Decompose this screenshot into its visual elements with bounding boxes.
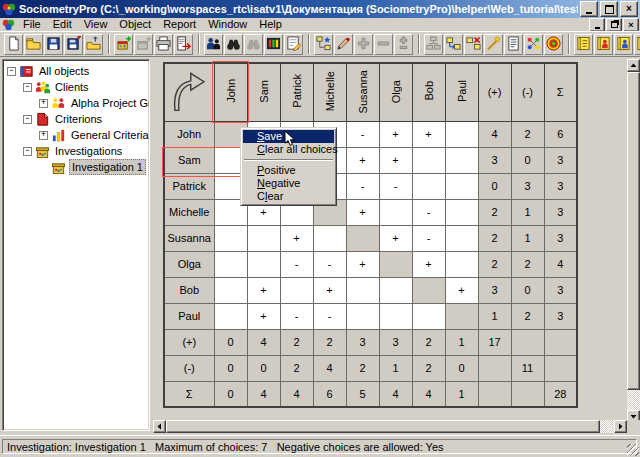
tree-item-general-criteria[interactable]: +General Criteria	[5, 127, 149, 143]
col-header-olga[interactable]: Olga	[379, 63, 412, 121]
expand-icon[interactable]: +	[39, 131, 48, 140]
matrix-cell-paul-susanna[interactable]	[346, 303, 379, 329]
open-project-button[interactable]	[84, 34, 103, 55]
find-button[interactable]	[224, 34, 243, 55]
row-header-bob[interactable]: Bob	[164, 277, 214, 303]
tree-item-all-objects[interactable]: -All objects	[5, 63, 149, 79]
matrix-cell-susanna-bob[interactable]: -	[412, 225, 445, 251]
col-header-susanna[interactable]: Susanna	[346, 63, 379, 121]
menu-edit[interactable]: Edit	[47, 18, 78, 31]
row-header-olga[interactable]: Olga	[164, 251, 214, 277]
matrix-cell-sam-olga[interactable]: +	[379, 147, 412, 173]
menu-report[interactable]: Report	[157, 18, 202, 31]
node-delete-button[interactable]	[464, 34, 483, 55]
matrix-cell-susanna-john[interactable]	[214, 225, 247, 251]
matrix-cell-paul-olga[interactable]	[379, 303, 412, 329]
col-header-patrick[interactable]: Patrick	[280, 63, 313, 121]
matrix-cell-paul-john[interactable]	[214, 303, 247, 329]
mdi-minimize-button[interactable]	[589, 18, 605, 32]
edit-choice-button[interactable]	[334, 34, 353, 55]
matrix-cell-olga-sam[interactable]	[247, 251, 280, 277]
matrix-cell-olga-bob[interactable]: +	[412, 251, 445, 277]
vertical-scroll-thumb[interactable]	[627, 72, 640, 390]
col-header-paul[interactable]: Paul	[445, 63, 478, 121]
add-choice-button[interactable]	[314, 34, 333, 55]
save-file-button[interactable]	[44, 34, 63, 55]
matrix-cell-olga-susanna[interactable]: +	[346, 251, 379, 277]
view-options-button[interactable]	[264, 34, 283, 55]
close-button[interactable]: ×	[620, 1, 638, 17]
collapse-icon[interactable]: -	[23, 115, 32, 124]
matrix-cell-michelle-susanna[interactable]: +	[346, 199, 379, 225]
matrix-cell-susanna-olga[interactable]: +	[379, 225, 412, 251]
tree-item-investigation-1[interactable]: -Investigation 1	[5, 159, 149, 175]
clients-view-button[interactable]	[204, 34, 223, 55]
matrix-cell-olga-john[interactable]	[214, 251, 247, 277]
tree-item-criterions[interactable]: -Criterions	[5, 111, 149, 127]
scroll-up-button[interactable]	[627, 59, 640, 72]
matrix-cell-bob-john[interactable]	[214, 277, 247, 303]
matrix-cell-michelle-olga[interactable]	[379, 199, 412, 225]
mdi-restore-button[interactable]	[606, 18, 622, 32]
matrix-cell-john-bob[interactable]: +	[412, 121, 445, 147]
row-header-sam[interactable]: Sam	[164, 147, 214, 173]
collapse-icon[interactable]: -	[7, 67, 16, 76]
matrix-cell-patrick-olga[interactable]: -	[379, 173, 412, 199]
node-link-button[interactable]	[444, 34, 463, 55]
context-menu-item-clear-all-choices[interactable]: Clear all choices	[243, 143, 334, 156]
matrix-cell-john-susanna[interactable]: -	[346, 121, 379, 147]
col-header-michelle[interactable]: Michelle	[313, 63, 346, 121]
horizontal-scroll-thumb[interactable]	[166, 420, 600, 433]
report-button[interactable]	[504, 34, 523, 55]
menu-window[interactable]: Window	[202, 18, 253, 31]
matrix-cell-bob-susanna[interactable]	[346, 277, 379, 303]
row-header-michelle[interactable]: Michelle	[164, 199, 214, 225]
menu-file[interactable]: File	[17, 18, 47, 31]
matrix-cell-patrick-paul[interactable]	[445, 173, 478, 199]
matrix-cell-bob-paul[interactable]: +	[445, 277, 478, 303]
matrix-cell-john-paul[interactable]	[445, 121, 478, 147]
context-menu-item-positive[interactable]: Positive	[243, 164, 334, 177]
chart-button[interactable]	[524, 34, 543, 55]
wand-button[interactable]	[484, 34, 503, 55]
notebook-report-1-button[interactable]	[574, 34, 593, 55]
tree-item-clients[interactable]: -Clients	[5, 79, 149, 95]
notebook-report-3-button[interactable]	[614, 34, 633, 55]
matrix-cell-paul-sam[interactable]: +	[247, 303, 280, 329]
matrix-cell-bob-olga[interactable]	[379, 277, 412, 303]
save-as-button[interactable]	[64, 34, 83, 55]
matrix-cell-sam-susanna[interactable]: +	[346, 147, 379, 173]
maximize-button[interactable]	[600, 1, 618, 17]
resize-grip[interactable]	[627, 444, 639, 456]
row-header-john[interactable]: John	[164, 121, 214, 147]
exit-button[interactable]	[174, 34, 193, 55]
row-header-paul[interactable]: Paul	[164, 303, 214, 329]
context-menu-item-save[interactable]: Save	[243, 130, 334, 143]
menu-help[interactable]: Help	[253, 18, 288, 31]
target-button[interactable]	[544, 34, 563, 55]
notebook-report-4-button[interactable]	[634, 34, 640, 55]
matrix-cell-michelle-paul[interactable]	[445, 199, 478, 225]
matrix-cell-bob-michelle[interactable]: +	[313, 277, 346, 303]
new-file-button[interactable]	[4, 34, 23, 55]
mdi-close-button[interactable]: ×	[623, 18, 639, 32]
matrix-cell-susanna-paul[interactable]	[445, 225, 478, 251]
tree-item-alpha-project-group[interactable]: +Alpha Project Group	[5, 95, 149, 111]
matrix-cell-michelle-bob[interactable]: -	[412, 199, 445, 225]
expand-icon[interactable]: +	[39, 99, 48, 108]
form-edit-button[interactable]	[284, 34, 303, 55]
matrix-cell-paul-michelle[interactable]: -	[313, 303, 346, 329]
matrix-cell-susanna-patrick[interactable]: +	[280, 225, 313, 251]
matrix-cell-bob-patrick[interactable]	[280, 277, 313, 303]
col-header-bob[interactable]: Bob	[412, 63, 445, 121]
open-file-button[interactable]	[24, 34, 43, 55]
context-menu-item-negative[interactable]: Negative	[243, 177, 334, 190]
matrix-cell-susanna-sam[interactable]	[247, 225, 280, 251]
row-header-susanna[interactable]: Susanna	[164, 225, 214, 251]
matrix-cell-paul-bob[interactable]	[412, 303, 445, 329]
matrix-cell-susanna-michelle[interactable]	[313, 225, 346, 251]
menu-object[interactable]: Object	[113, 18, 157, 31]
matrix-cell-patrick-bob[interactable]	[412, 173, 445, 199]
matrix-cell-sam-bob[interactable]	[412, 147, 445, 173]
matrix-cell-olga-paul[interactable]	[445, 251, 478, 277]
